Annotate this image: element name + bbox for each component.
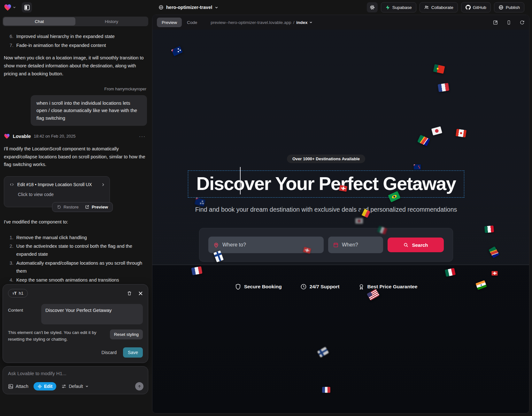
shield-icon xyxy=(235,284,241,290)
feature-support: 24/7 Support xyxy=(300,284,340,290)
attach-image-icon xyxy=(8,384,13,389)
assistant-paragraph: I'll modify the LocationScroll component… xyxy=(4,145,147,169)
message-menu-button[interactable]: ··· xyxy=(138,133,147,139)
destinations-badge: Over 1000+ Destinations Available xyxy=(287,155,365,163)
hero-content: Over 1000+ Destinations Available Discov… xyxy=(152,30,500,290)
assistant-name: Lovable xyxy=(13,132,31,140)
send-button[interactable] xyxy=(135,382,143,390)
url-path: index xyxy=(296,20,307,25)
publish-label: Publish xyxy=(506,5,520,10)
url-separator: / xyxy=(293,20,294,25)
preview-url: preview--hero-optimizer-travel.lovable.a… xyxy=(211,20,291,25)
preview-label: Preview xyxy=(92,205,108,209)
selected-heading-box[interactable]: Discover Your Perfect Getaway xyxy=(188,170,465,198)
edit-card-title: Edit #18 • Improve Location Scroll UX xyxy=(17,181,92,188)
reset-styling-button[interactable]: Reset styling xyxy=(110,329,143,339)
restore-button[interactable]: Restore xyxy=(57,205,79,209)
arrow-up-icon xyxy=(137,384,142,389)
element-tag-label: h1 xyxy=(19,291,23,296)
list-item: Improved visual hierarchy in the expande… xyxy=(15,33,147,41)
when-field[interactable] xyxy=(328,237,383,253)
github-label: GitHub xyxy=(473,5,486,10)
preview-toolbar: Preview Code preview--hero-optimizer-tra… xyxy=(152,15,529,30)
mobile-view-button[interactable] xyxy=(506,20,511,25)
open-in-new-tab-button[interactable] xyxy=(493,20,498,25)
composer-input[interactable] xyxy=(8,371,143,376)
sliders-icon xyxy=(61,384,66,389)
hero-title[interactable]: Discover Your Perfect Getaway xyxy=(197,173,456,194)
search-button[interactable]: Search xyxy=(388,238,444,252)
content-label: Content xyxy=(8,304,41,313)
attach-label: Attach xyxy=(16,384,28,389)
settings-button[interactable] xyxy=(367,2,378,12)
search-label: Search xyxy=(412,242,428,248)
list-item: Use the activeIndex state to control bot… xyxy=(15,242,147,258)
site-viewport: Over 1000+ Destinations Available Discov… xyxy=(152,30,529,413)
tab-history[interactable]: History xyxy=(75,17,148,26)
finland-flag xyxy=(317,347,329,358)
refresh-button[interactable] xyxy=(520,20,525,25)
sidebar-toggle-button[interactable] xyxy=(22,2,32,12)
lovable-logo-menu[interactable] xyxy=(4,4,16,11)
collaborate-button[interactable]: Collaborate xyxy=(420,2,458,12)
content-textarea[interactable]: Discover Your Perfect Getaway xyxy=(41,304,143,324)
target-icon xyxy=(37,384,42,389)
list-item: Automatically expand/collapse locations … xyxy=(15,259,147,275)
github-button[interactable]: GitHub xyxy=(461,2,491,12)
delete-element-button[interactable] xyxy=(127,291,132,296)
external-link-icon xyxy=(493,20,498,25)
preview-url-bar[interactable]: preview--hero-optimizer-travel.lovable.a… xyxy=(211,20,312,25)
feature-label: Best Price Guarantee xyxy=(367,284,418,290)
feature-badges-row: Secure Booking 24/7 Support Best Price G… xyxy=(235,284,418,290)
edit-version-card[interactable]: Edit #18 • Improve Location Scroll UX Cl… xyxy=(4,176,110,207)
supabase-button[interactable]: Supabase xyxy=(381,2,416,12)
location-pin-icon xyxy=(213,242,219,248)
github-icon xyxy=(466,5,471,10)
text-caret xyxy=(240,167,241,194)
when-input[interactable] xyxy=(342,242,378,248)
tab-chat[interactable]: Chat xyxy=(3,17,75,26)
chevron-down-icon xyxy=(13,6,16,9)
where-field[interactable] xyxy=(208,237,324,253)
model-default-button[interactable]: Default xyxy=(61,384,88,389)
discard-button[interactable]: Discard xyxy=(102,350,117,355)
chevron-down-icon xyxy=(215,6,218,9)
globe-icon xyxy=(498,5,504,10)
default-label: Default xyxy=(69,384,83,389)
code-icon xyxy=(9,182,14,187)
assistant-list-main: Remove the manual click handlingUse the … xyxy=(4,234,147,284)
tab-preview[interactable]: Preview xyxy=(157,18,182,27)
supabase-label: Supabase xyxy=(392,5,412,10)
restore-icon xyxy=(57,205,61,209)
feature-label: 24/7 Support xyxy=(310,284,340,290)
list-item: Fade-in animation for the expanded conte… xyxy=(15,42,147,49)
award-icon xyxy=(358,284,365,290)
chevron-down-icon xyxy=(85,385,89,388)
close-icon xyxy=(138,291,143,296)
attach-button[interactable]: Attach xyxy=(8,384,28,389)
edit-mode-button[interactable]: Edit xyxy=(34,382,56,390)
assistant-message-header: Lovable 18:42 on Feb 20, 2025 ··· xyxy=(4,132,147,140)
calendar-icon xyxy=(333,242,339,248)
chevron-right-icon xyxy=(101,183,105,187)
project-name: hero-optimizer-travel xyxy=(166,5,212,10)
tab-code[interactable]: Code xyxy=(187,20,197,25)
chat-scroll-area[interactable]: Improved visual hierarchy in the expande… xyxy=(3,29,148,284)
gear-icon xyxy=(369,4,375,10)
element-tag-pill[interactable]: TT h1 xyxy=(8,289,28,298)
preview-version-button[interactable]: Preview xyxy=(85,205,108,209)
mobile-device-icon xyxy=(506,20,511,25)
close-panel-button[interactable] xyxy=(138,291,143,296)
chevron-down-icon xyxy=(309,21,312,24)
publish-button[interactable]: Publish xyxy=(494,2,524,12)
where-input[interactable] xyxy=(222,242,319,248)
restore-label: Restore xyxy=(64,205,79,209)
france-flag xyxy=(322,387,330,393)
search-icon xyxy=(403,242,409,248)
save-button[interactable]: Save xyxy=(123,347,143,358)
project-switcher[interactable]: hero-optimizer-travel xyxy=(158,5,218,10)
sidebar-tabs: Chat History xyxy=(3,17,148,26)
element-editor-panel: TT h1 Content xyxy=(3,284,148,363)
globe-icon xyxy=(158,5,164,10)
top-bar: hero-optimizer-travel Supabase Collabora… xyxy=(0,0,532,15)
